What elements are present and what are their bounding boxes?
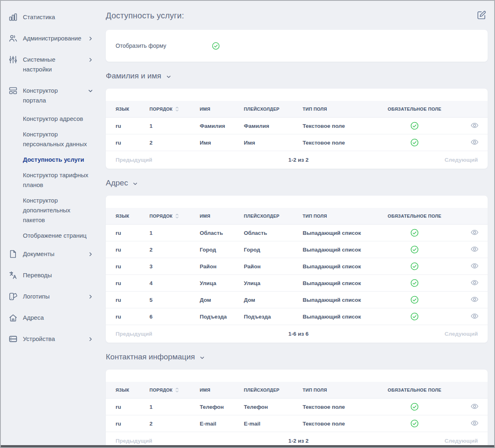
pagination-next[interactable]: Следующий bbox=[445, 157, 478, 163]
cell-order: 3 bbox=[146, 258, 196, 275]
column-header-name: ИМЯ bbox=[196, 208, 241, 225]
column-label: ПЛЕЙСХОЛДЕР bbox=[244, 214, 279, 218]
view-button[interactable] bbox=[470, 402, 479, 412]
eye-icon bbox=[470, 402, 479, 412]
required-check-icon bbox=[410, 262, 419, 271]
cell-order: 5 bbox=[146, 292, 196, 308]
table-row: ru 1 Телефон Телефон Текстовое поле bbox=[106, 399, 488, 415]
eye-icon bbox=[470, 295, 479, 305]
pagination-next[interactable]: Следующий bbox=[445, 331, 478, 337]
pagination-previous[interactable]: Предыдущий bbox=[116, 157, 152, 163]
sidebar-item-translations[interactable]: Переводы bbox=[1, 265, 99, 286]
translate-icon bbox=[8, 270, 18, 280]
view-button[interactable] bbox=[470, 279, 479, 288]
view-button[interactable] bbox=[470, 419, 479, 428]
column-label: ОБЯЗАТЕЛЬНОЕ ПОЛЕ bbox=[388, 388, 441, 392]
cell-field-type: Выпадающий список bbox=[299, 275, 380, 292]
pagination-next[interactable]: Следующий bbox=[445, 438, 478, 444]
table-row: ru 3 Район Район Выпадающий список bbox=[106, 258, 488, 275]
cell-language: ru bbox=[106, 292, 146, 308]
section-header-1[interactable]: Адрес bbox=[106, 178, 138, 187]
column-header-name: ИМЯ bbox=[196, 101, 241, 118]
chevron-down-icon bbox=[132, 181, 138, 187]
pagination-previous[interactable]: Предыдущий bbox=[116, 331, 152, 337]
sidebar-item-administration[interactable]: Администрирование bbox=[1, 28, 99, 49]
sidebar-item-service-availability[interactable]: Доступность услуги bbox=[1, 152, 99, 167]
column-header-field-type: ТИП ПОЛЯ bbox=[299, 101, 380, 118]
cell-placeholder: Подъезда bbox=[241, 308, 299, 325]
view-button[interactable] bbox=[470, 121, 479, 131]
cell-name: Область bbox=[196, 225, 241, 241]
column-label: ПОРЯДОК bbox=[149, 214, 173, 218]
sort-icon[interactable] bbox=[174, 106, 180, 112]
table-card: ЯЗЫКПОРЯДОКИМЯПЛЕЙСХОЛДЕРТИП ПОЛЯОБЯЗАТЕ… bbox=[106, 89, 488, 169]
page-title: Доступность услуги: bbox=[106, 11, 184, 20]
table-row: ru 2 Имя Имя Текстовое поле bbox=[106, 134, 488, 151]
pagination: Предыдущий 1-2 из 2 Следующий bbox=[106, 151, 488, 169]
sidebar-item-logos[interactable]: Логотипы bbox=[1, 286, 99, 307]
column-label: ТИП ПОЛЯ bbox=[303, 107, 327, 111]
view-button[interactable] bbox=[470, 228, 479, 238]
cell-name: E-mail bbox=[196, 415, 241, 432]
users-icon bbox=[8, 33, 18, 43]
section-title: Фамилия и имя bbox=[106, 71, 161, 80]
home-icon bbox=[8, 313, 18, 323]
column-header-order[interactable]: ПОРЯДОК bbox=[146, 382, 196, 399]
app-window: Статистика Администрирование Системные н… bbox=[0, 0, 495, 448]
cell-language: ru bbox=[106, 258, 146, 275]
sidebar-item-statistics[interactable]: Статистика bbox=[1, 7, 99, 28]
cell-placeholder: Город bbox=[241, 241, 299, 258]
column-header-view bbox=[449, 208, 488, 225]
cell-order: 1 bbox=[146, 225, 196, 241]
page-header: Доступность услуги: bbox=[106, 9, 488, 22]
section-header-0[interactable]: Фамилия и имя bbox=[106, 71, 172, 80]
column-header-field-type: ТИП ПОЛЯ bbox=[299, 382, 380, 399]
sidebar-item-additional-packages-constructor[interactable]: Конструктор дополнительных пакетов bbox=[1, 193, 99, 228]
sidebar-item-addresses[interactable]: Адреса bbox=[1, 307, 99, 328]
column-header-name: ИМЯ bbox=[196, 382, 241, 399]
sort-icon[interactable] bbox=[174, 387, 180, 393]
column-header-order[interactable]: ПОРЯДОК bbox=[146, 208, 196, 225]
view-button[interactable] bbox=[470, 295, 479, 305]
sort-icon[interactable] bbox=[174, 213, 180, 219]
edit-button[interactable] bbox=[475, 9, 488, 22]
table-row: ru 1 Фамилия Фамилия Текстовое поле bbox=[106, 118, 488, 134]
table-header-row: ЯЗЫКПОРЯДОКИМЯПЛЕЙСХОЛДЕРТИП ПОЛЯОБЯЗАТЕ… bbox=[106, 382, 488, 399]
window-bottom-edge bbox=[1, 445, 494, 447]
sidebar-item-personal-data-constructor[interactable]: Конструктор персональных данных bbox=[1, 127, 99, 152]
sidebar-item-address-constructor[interactable]: Конструктор адресов bbox=[1, 111, 99, 127]
view-button[interactable] bbox=[470, 262, 479, 271]
column-header-order[interactable]: ПОРЯДОК bbox=[146, 101, 196, 118]
cell-field-type: Текстовое поле bbox=[299, 118, 380, 134]
column-header-placeholder: ПЛЕЙСХОЛДЕР bbox=[241, 382, 299, 399]
cell-language: ru bbox=[106, 241, 146, 258]
devices-icon bbox=[8, 334, 18, 344]
cell-order: 1 bbox=[146, 118, 196, 134]
required-check-icon bbox=[410, 295, 419, 304]
required-check-icon bbox=[410, 138, 419, 147]
table-row: ru 4 Улица Улица Выпадающий список bbox=[106, 275, 488, 292]
sidebar-item-tariff-plans-constructor[interactable]: Конструктор тарифных планов bbox=[1, 167, 99, 193]
cell-order: 6 bbox=[146, 308, 196, 325]
cell-name: Подъезда bbox=[196, 308, 241, 325]
logos-icon bbox=[8, 292, 18, 301]
sidebar-item-page-display[interactable]: Отображение страниц bbox=[1, 228, 99, 243]
view-button[interactable] bbox=[470, 138, 479, 147]
view-button[interactable] bbox=[470, 312, 479, 321]
sidebar-item-devices[interactable]: Устройства bbox=[1, 328, 99, 350]
column-label: ЯЗЫК bbox=[116, 107, 129, 111]
section-header-2[interactable]: Контактная информация bbox=[106, 352, 205, 361]
column-header-required: ОБЯЗАТЕЛЬНОЕ ПОЛЕ bbox=[380, 101, 449, 118]
sidebar-item-documents[interactable]: Документы bbox=[1, 243, 99, 265]
table-row: ru 6 Подъезда Подъезда Выпадающий список bbox=[106, 308, 488, 325]
chevron-right-icon bbox=[87, 56, 94, 63]
sidebar-item-portal-constructor[interactable]: Конструктор портала bbox=[1, 80, 99, 111]
sidebar-item-system-settings[interactable]: Системные настройки bbox=[1, 49, 99, 80]
cell-field-type: Выпадающий список bbox=[299, 225, 380, 241]
cell-placeholder: Улица bbox=[241, 275, 299, 292]
column-label: ИМЯ bbox=[200, 107, 210, 111]
view-button[interactable] bbox=[470, 245, 479, 254]
cell-placeholder: Имя bbox=[241, 134, 299, 151]
table-row: ru 2 Город Город Выпадающий список bbox=[106, 241, 488, 258]
pagination-previous[interactable]: Предыдущий bbox=[116, 438, 152, 444]
